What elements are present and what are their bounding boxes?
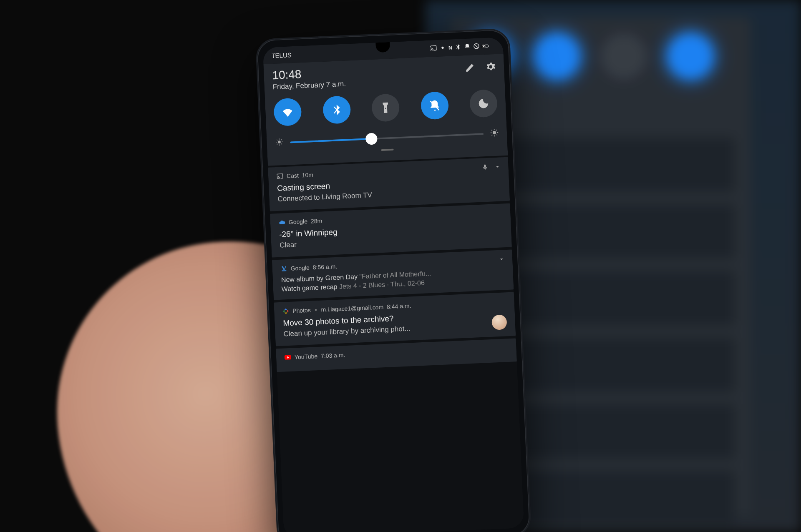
wifi-icon <box>300 51 300 58</box>
notification-google-feed[interactable]: Google 8:56 a.m. New album by Green Day … <box>272 249 514 300</box>
quick-settings-panel[interactable]: 10:48 Friday, February 7 a.m. <box>263 54 508 168</box>
svg-rect-3 <box>488 45 489 47</box>
notif-app-label: Photos <box>292 307 311 314</box>
notif-time-label: 8:56 a.m. <box>312 263 337 271</box>
svg-line-10 <box>277 140 277 141</box>
qs-time: 10:48 <box>272 67 345 82</box>
bottom-fade <box>282 490 524 532</box>
cloud-icon <box>279 219 286 226</box>
no-sync-icon <box>473 43 480 51</box>
svg-point-5 <box>278 141 281 143</box>
hockey-icon <box>280 265 287 272</box>
brightness-thumb[interactable] <box>365 133 378 145</box>
flashlight-toggle[interactable] <box>371 93 400 122</box>
edit-icon[interactable] <box>465 63 475 75</box>
notif-app-label: Google <box>290 264 310 272</box>
svg-line-12 <box>277 144 278 145</box>
svg-point-14 <box>493 131 496 135</box>
notif-time-label: 10m <box>302 171 313 178</box>
notif-app-label: YouTube <box>295 353 318 360</box>
dnd-toggle[interactable] <box>469 89 498 118</box>
svg-line-21 <box>492 135 493 136</box>
qs-toggles-row <box>273 89 498 126</box>
notification-weather[interactable]: Google 28m -26° in Winnipeg Clear <box>270 203 512 258</box>
chevron-down-icon[interactable] <box>494 163 501 171</box>
battery-icon: 52 <box>482 43 495 50</box>
gear-icon[interactable] <box>486 62 496 74</box>
svg-line-11 <box>281 144 282 145</box>
panel-drag-handle[interactable] <box>381 149 393 151</box>
carrier-label: TELUS <box>271 51 292 59</box>
notif-app-label: Cast <box>287 172 299 179</box>
nfc-icon: N <box>448 45 452 50</box>
svg-line-20 <box>496 135 497 136</box>
svg-point-0 <box>441 46 444 49</box>
notif-account-label: m.l.lagace1@gmail.com <box>321 304 383 313</box>
phone-screen: TELUS N 52 <box>263 37 524 532</box>
notification-photos[interactable]: Photos • m.l.lagace1@gmail.com 8:44 a.m.… <box>274 292 516 346</box>
brightness-slider[interactable] <box>275 128 499 148</box>
cast-icon <box>277 173 284 180</box>
photos-icon <box>282 308 290 315</box>
notif-time-label: 8:44 a.m. <box>387 302 411 310</box>
svg-line-19 <box>491 130 492 131</box>
brightness-low-icon <box>275 138 284 148</box>
svg-line-22 <box>496 130 497 130</box>
eye-comfort-icon <box>439 44 446 52</box>
cast-status-icon <box>430 44 437 53</box>
svg-line-13 <box>281 140 282 141</box>
phone-hardware: TELUS N 52 <box>255 28 532 532</box>
mic-icon[interactable] <box>481 164 489 172</box>
chevron-down-icon[interactable] <box>498 256 505 264</box>
signal-icon <box>295 51 296 58</box>
notif-app-label: Google <box>289 218 308 226</box>
mute-status-icon <box>463 43 471 51</box>
brightness-high-icon <box>490 128 499 139</box>
qs-date: Friday, February 7 a.m. <box>272 80 346 92</box>
bluetooth-toggle[interactable] <box>322 95 351 124</box>
notif-time-label: 7:03 a.m. <box>321 351 345 359</box>
notif-time-label: 28m <box>311 217 322 224</box>
youtube-icon <box>285 354 292 361</box>
brightness-track[interactable] <box>290 133 484 143</box>
bluetooth-status-icon <box>454 43 461 52</box>
mute-toggle[interactable] <box>420 91 449 120</box>
wifi-toggle[interactable] <box>273 98 302 126</box>
notification-list[interactable]: Cast 10m Casting screen Connected to Liv… <box>268 157 517 372</box>
